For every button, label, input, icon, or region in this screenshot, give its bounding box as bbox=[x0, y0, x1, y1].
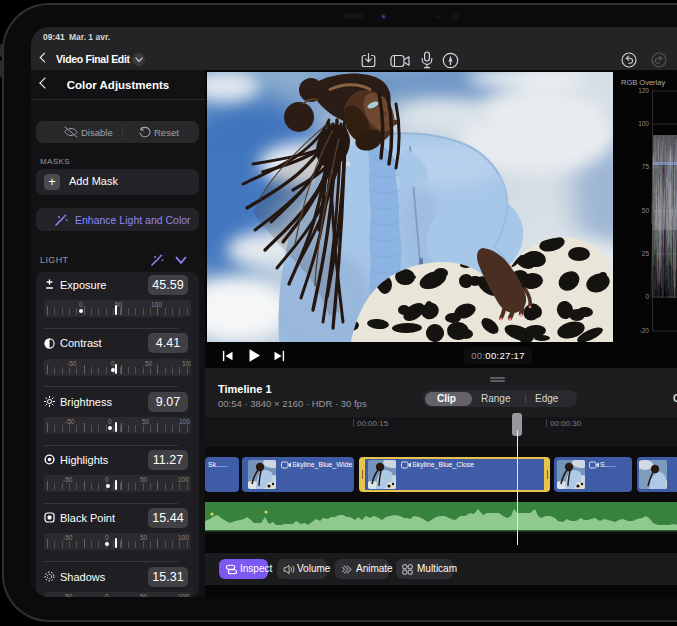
svg-text:RGB Overlay: RGB Overlay bbox=[621, 78, 665, 87]
svg-text:120: 120 bbox=[638, 87, 649, 94]
svg-text:0: 0 bbox=[645, 293, 649, 300]
svg-text:50: 50 bbox=[642, 207, 650, 214]
svg-text:-20: -20 bbox=[640, 327, 650, 334]
svg-text:25: 25 bbox=[642, 250, 650, 257]
svg-text:100: 100 bbox=[638, 120, 649, 127]
svg-text:75: 75 bbox=[642, 163, 650, 170]
